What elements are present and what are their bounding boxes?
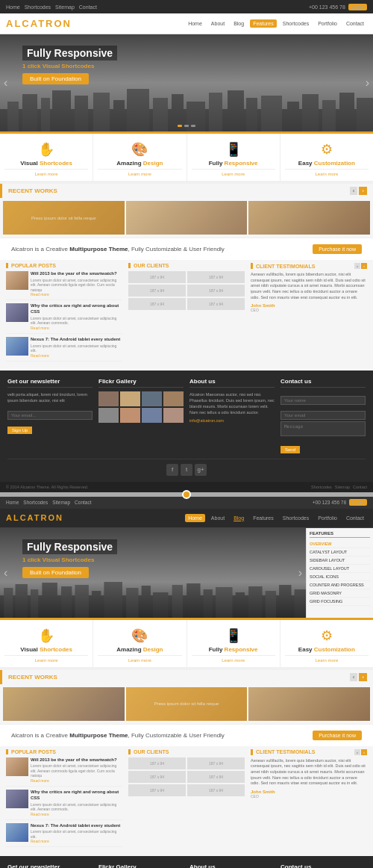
nav-shortcodes-2[interactable]: Shortcodes [280, 514, 312, 522]
feature-learn-0[interactable]: Learn more [4, 169, 88, 176]
logo[interactable]: ALCATRON [6, 18, 72, 29]
work-item-0[interactable]: Press ipsum dolor sit fella neque [3, 201, 125, 235]
post-title-2-0[interactable]: Will 2013 be the year of the smartwatch? [31, 757, 122, 763]
footer-bottom-contact[interactable]: Contact [353, 485, 367, 489]
post-title-1[interactable]: Why the critics are right and wrong abou… [31, 303, 122, 315]
sidebar-item-6[interactable]: GRID MASONRY [310, 589, 370, 598]
post-meta-2[interactable]: Read more [31, 353, 122, 358]
sidebar-item-4[interactable]: SOCIAL ICONS [310, 573, 370, 581]
feature-learn-3[interactable]: Learn more [285, 169, 369, 176]
contact-name-input[interactable] [280, 396, 366, 405]
flickr-1[interactable] [120, 391, 140, 406]
footer-bottom-shortcodes[interactable]: Shortcodes [311, 485, 332, 489]
nav-blog-2[interactable]: Blog [231, 514, 247, 522]
sidebar-item-5[interactable]: COUNTER AND PROGRESS [310, 581, 370, 589]
top-link-sitemap-2[interactable]: Sitemap [52, 500, 70, 505]
footer-email[interactable]: info@alcatron.com [189, 418, 275, 423]
hero-dot-3[interactable] [191, 125, 195, 127]
social-gplus-icon[interactable]: g+ [195, 464, 207, 476]
purchase-button-2[interactable]: Purchase it now [313, 731, 362, 740]
feature-learn-2-0[interactable]: Learn more [4, 655, 88, 663]
post-meta-2-2[interactable]: Read more [31, 839, 122, 843]
nav-features[interactable]: Features [250, 19, 277, 28]
feature-learn-2-2[interactable]: Learn more [192, 655, 275, 663]
post-meta-0[interactable]: Read more [31, 292, 122, 297]
rw2-next[interactable]: › [359, 673, 367, 681]
work-item-2-0[interactable] [3, 687, 125, 721]
nav-blog[interactable]: Blog [231, 19, 247, 28]
post-meta-2-1[interactable]: Read more [31, 812, 122, 816]
newsletter-input[interactable] [7, 411, 93, 420]
top-link-home-2[interactable]: Home [6, 500, 19, 505]
nav-about[interactable]: About [208, 19, 228, 28]
hero-next-arrow[interactable]: › [366, 76, 369, 90]
hero-prev-2[interactable]: ‹ [4, 566, 7, 580]
footer-bottom-sitemap[interactable]: Sitemap [335, 485, 350, 489]
top-link-shortcodes[interactable]: Shortcodes [25, 4, 51, 10]
work-item-1[interactable]: Press ipsum dolor sit [126, 201, 248, 235]
sidebar-item-0[interactable]: OVERVIEW [310, 540, 370, 548]
flickr-0[interactable] [98, 391, 119, 406]
flickr-2[interactable] [142, 391, 162, 406]
top-link-home[interactable]: Home [6, 4, 20, 10]
nav-contact[interactable]: Contact [343, 19, 367, 28]
sidebar-item-1[interactable]: CATALYST LAYOUT [310, 548, 370, 557]
work-item-2[interactable]: Press ipsum dolor sit [248, 201, 370, 235]
hero-dot-2[interactable] [184, 125, 189, 127]
feature-learn-1[interactable]: Learn more [98, 169, 181, 176]
flickr-7[interactable] [163, 408, 184, 423]
sidebar-item-7[interactable]: GRID FOCUSING [310, 598, 370, 606]
hero-prev-arrow[interactable]: ‹ [4, 76, 7, 90]
top-link-sitemap[interactable]: Sitemap [55, 4, 75, 10]
nav-portfolio-2[interactable]: Portfolio [315, 514, 340, 522]
contact-email-input[interactable] [280, 411, 366, 420]
social-facebook-icon[interactable]: f [166, 464, 178, 476]
nav-home[interactable]: Home [185, 19, 205, 28]
rw2-prev[interactable]: ‹ [350, 673, 358, 681]
nav-contact-2[interactable]: Contact [343, 514, 367, 522]
newsletter-submit[interactable]: Sign Up [7, 427, 32, 434]
post-title-2-2[interactable]: Nexus 7: The Android tablet every studen… [31, 823, 122, 829]
top-link-contact-2[interactable]: Contact [75, 500, 91, 505]
hero-cta-button[interactable]: Built on Foundation [22, 73, 89, 84]
recent-works-next[interactable]: › [359, 187, 367, 195]
testimonials-prev[interactable]: ‹ [354, 263, 360, 269]
nav-shortcodes[interactable]: Shortcodes [280, 19, 312, 28]
flickr-5[interactable] [120, 408, 140, 423]
nav-portfolio[interactable]: Portfolio [315, 19, 340, 28]
flickr-3[interactable] [163, 391, 184, 406]
top-link-contact[interactable]: Contact [79, 4, 97, 10]
post-meta-2-0[interactable]: Read more [31, 778, 122, 783]
hero-cta-button-2[interactable]: Built on Foundation [22, 567, 89, 578]
logo-2[interactable]: ALCATRON [6, 513, 63, 522]
login-button[interactable]: Login [348, 4, 367, 10]
hero-next-2[interactable]: › [298, 566, 302, 580]
contact-message-input[interactable] [280, 421, 366, 436]
work-item-2-2[interactable] [248, 687, 370, 721]
nav-home-2[interactable]: Home [185, 514, 205, 522]
login-button-2[interactable]: Login [349, 499, 367, 506]
nav-features-2[interactable]: Features [250, 514, 277, 522]
t2-prev[interactable]: ‹ [354, 749, 360, 755]
flickr-6[interactable] [142, 408, 162, 423]
feature-learn-2-1[interactable]: Learn more [98, 655, 181, 663]
flickr-4[interactable] [98, 408, 119, 423]
recent-works-prev[interactable]: ‹ [350, 187, 358, 195]
post-title-2[interactable]: Nexus 7: The Android tablet every studen… [31, 337, 122, 343]
nav-about-2[interactable]: About [208, 514, 228, 522]
feature-learn-2-3[interactable]: Learn more [285, 655, 369, 663]
sidebar-item-2[interactable]: SIDEBAR LAYOUT [310, 557, 370, 565]
purchase-button[interactable]: Purchase it now [313, 244, 362, 254]
testimonials-next[interactable]: › [361, 263, 367, 269]
social-twitter-icon[interactable]: t [181, 464, 192, 476]
top-link-shortcodes-2[interactable]: Shortcodes [23, 500, 48, 505]
post-meta-1[interactable]: Read more [31, 326, 122, 330]
feature-learn-2[interactable]: Learn more [192, 169, 275, 176]
work-item-2-1[interactable]: Press ipsum dolor sit fella neque [126, 687, 248, 721]
sidebar-item-3[interactable]: CAROUSEL LAYOUT [310, 565, 370, 573]
post-title-2-1[interactable]: Why the critics are right and wrong abou… [31, 790, 122, 802]
post-title-0[interactable]: Will 2013 be the year of the smartwatch? [31, 271, 122, 277]
t2-next[interactable]: › [361, 749, 367, 755]
contact-send-button[interactable]: Send [280, 446, 300, 453]
hero-dot-1[interactable] [178, 125, 182, 127]
